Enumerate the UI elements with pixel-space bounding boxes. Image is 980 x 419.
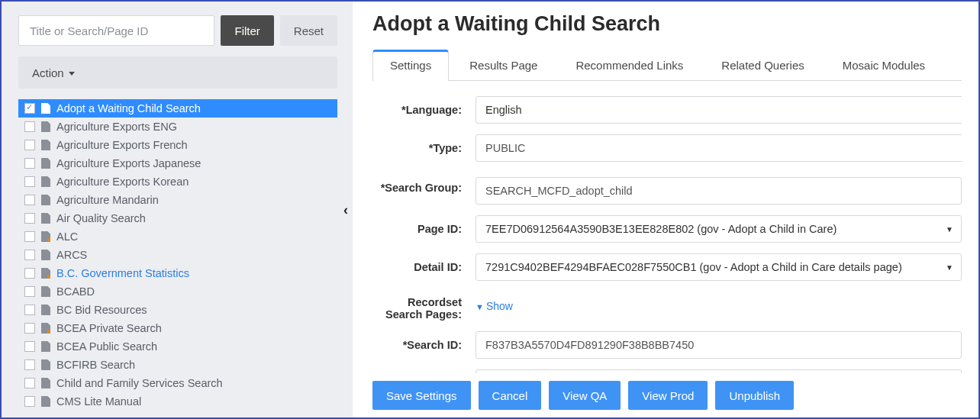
list-item-label: ARCS	[56, 249, 87, 261]
checkbox[interactable]	[24, 213, 35, 224]
sidebar: Filter Reset Action Adopt a Waiting Chil…	[2, 2, 353, 417]
checkbox[interactable]	[24, 250, 35, 260]
page-title: Adopt a Waiting Child Search	[372, 12, 962, 36]
list-item[interactable]: Agriculture Exports French	[18, 136, 337, 154]
tab-results-page[interactable]: Results Page	[452, 50, 555, 80]
document-icon	[41, 341, 50, 352]
save-settings-button[interactable]: Save Settings	[372, 381, 471, 410]
checkbox[interactable]	[24, 140, 35, 150]
checkbox[interactable]	[24, 378, 35, 388]
page-id-select[interactable]: 7EE7D06912564A3590B3E13EE828E802 (gov - …	[475, 215, 962, 243]
document-icon	[41, 286, 50, 297]
list-item-label: Agriculture Exports Korean	[56, 176, 189, 188]
recordset-show-toggle[interactable]: Show	[475, 295, 513, 317]
list-item[interactable]: BCEA Public Search	[18, 337, 337, 356]
list-item[interactable]: CMS Lite Manual	[18, 392, 337, 410]
unpublish-button[interactable]: Unpublish	[715, 381, 794, 410]
list-item-label: Agriculture Exports ENG	[56, 121, 177, 133]
document-icon	[41, 250, 50, 260]
list-item-label: BCEA Public Search	[56, 340, 157, 353]
search-group-label: *Search Group:	[372, 177, 475, 194]
list-item-label: Adopt a Waiting Child Search	[56, 102, 201, 114]
list-item[interactable]: Adopt a Waiting Child Search	[18, 99, 337, 118]
language-select[interactable]: English	[475, 96, 962, 124]
page-id-label: Page ID:	[372, 223, 475, 235]
list-item[interactable]: BCFIRB Search	[18, 356, 337, 374]
type-value: PUBLIC	[475, 134, 962, 162]
search-id-label: *Search ID:	[372, 339, 475, 351]
list-item[interactable]: Air Quality Search	[18, 209, 337, 227]
filter-row: Filter Reset	[18, 15, 337, 46]
filter-button[interactable]: Filter	[221, 15, 273, 46]
tab-mosaic-modules[interactable]: Mosaic Modules	[825, 50, 943, 80]
action-dropdown[interactable]: Action	[18, 56, 337, 89]
list-item-label: B.C. Government Statistics	[56, 267, 189, 279]
list-item[interactable]: Agriculture Exports ENG	[18, 118, 337, 136]
list-item[interactable]: Agriculture Mandarin	[18, 191, 337, 209]
list-item[interactable]: Child and Family Services Search	[18, 374, 337, 392]
list-item-label: Agriculture Exports French	[56, 139, 188, 151]
tab-recommended-links[interactable]: Recommended Links	[558, 50, 701, 80]
document-locked-icon	[41, 231, 50, 242]
document-locked-icon	[41, 323, 50, 334]
list-item-label: BCEA Private Search	[56, 322, 162, 334]
checkbox[interactable]	[24, 158, 35, 169]
search-id-value: F837B3A5570D4FD891290F38B8BB7450	[475, 331, 962, 359]
checkbox[interactable]	[24, 121, 35, 132]
action-label: Action	[32, 66, 75, 79]
language-label: *Language:	[372, 104, 475, 116]
list-item[interactable]: ALC	[18, 227, 337, 246]
search-list[interactable]: Adopt a Waiting Child SearchAgriculture …	[18, 99, 337, 410]
cancel-button[interactable]: Cancel	[479, 381, 542, 410]
list-item[interactable]: ARCS	[18, 246, 337, 264]
tab-related-queries[interactable]: Related Queries	[704, 50, 821, 80]
document-icon	[41, 195, 50, 205]
list-item[interactable]: B.C. Government Statistics	[18, 264, 337, 282]
checkbox[interactable]	[24, 341, 35, 352]
checkbox[interactable]	[24, 195, 35, 205]
collapse-sidebar-icon[interactable]: ‹	[343, 201, 348, 218]
view-qa-button[interactable]: View QA	[549, 381, 621, 410]
document-icon	[41, 396, 50, 407]
document-icon	[41, 213, 50, 224]
document-locked-icon	[41, 268, 50, 279]
footer-actions: Save Settings Cancel View QA View Prod U…	[372, 373, 962, 410]
reset-button[interactable]: Reset	[280, 15, 337, 46]
list-item[interactable]: Agriculture Exports Japanese	[18, 154, 337, 172]
document-icon	[41, 103, 50, 114]
detail-id-label: Detail ID:	[372, 261, 475, 273]
list-item[interactable]: Agriculture Exports Korean	[18, 172, 337, 191]
list-item-label: BCFIRB Search	[56, 359, 135, 371]
checkbox[interactable]	[24, 359, 35, 370]
list-item-label: CMS Lite Manual	[56, 395, 141, 408]
document-icon	[41, 158, 50, 169]
list-item-label: BC Bid Resources	[56, 304, 147, 316]
document-icon	[41, 359, 50, 370]
view-prod-button[interactable]: View Prod	[628, 381, 708, 410]
list-item-label: BCABD	[56, 285, 95, 298]
list-item[interactable]: BCABD	[18, 282, 337, 301]
list-item-label: Agriculture Mandarin	[56, 194, 159, 206]
document-icon	[41, 140, 50, 150]
checkbox[interactable]	[24, 103, 35, 114]
type-label: *Type:	[372, 142, 475, 154]
checkbox[interactable]	[24, 396, 35, 407]
checkbox[interactable]	[24, 268, 35, 279]
checkbox[interactable]	[24, 231, 35, 242]
checkbox[interactable]	[24, 176, 35, 187]
checkbox[interactable]	[24, 305, 35, 315]
search-input[interactable]	[18, 15, 214, 46]
checkbox[interactable]	[24, 323, 35, 334]
list-item[interactable]: BC Bid Resources	[18, 301, 337, 319]
settings-form: *Language: English Status: PUBLISHED *Ty…	[372, 96, 962, 373]
document-icon	[41, 176, 50, 187]
list-item[interactable]: BCEA Private Search	[18, 319, 337, 337]
list-item-label: ALC	[56, 230, 78, 243]
main-panel: Adopt a Waiting Child Search SettingsRes…	[353, 2, 978, 417]
document-icon	[41, 121, 50, 132]
checkbox[interactable]	[24, 286, 35, 297]
list-item-label: Child and Family Services Search	[56, 377, 223, 389]
detail-id-select[interactable]: 7291C9402BEF4294BFAEC028F7550CB1 (gov - …	[475, 253, 962, 281]
search-group-value: SEARCH_MCFD_adopt_child	[475, 177, 962, 205]
tab-settings[interactable]: Settings	[372, 50, 449, 81]
